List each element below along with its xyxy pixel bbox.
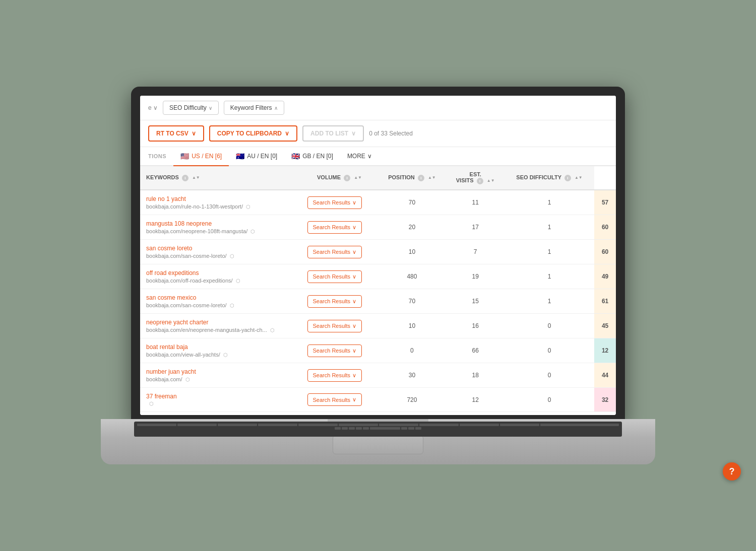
table-row: san cosme loreto bookbaja.com/san-cosme-… (140, 240, 616, 264)
external-link-icon[interactable]: ⬡ (223, 352, 228, 358)
external-link-icon[interactable]: ⬡ (250, 229, 255, 234)
external-link-icon[interactable]: ⬡ (246, 204, 250, 210)
table-container: KEYWORDS i ▲▼ VOLUME i ▲▼ (140, 166, 616, 415)
external-link-icon[interactable]: ⬡ (185, 377, 190, 382)
table-row: boat rental baja bookbaja.com/view-all-y… (140, 338, 616, 363)
external-link-icon[interactable]: ⬡ (149, 401, 154, 406)
external-link-icon[interactable]: ⬡ (230, 253, 234, 259)
search-results-button[interactable]: Search Results ∨ (307, 295, 362, 308)
seo-difficulty-cell: 32 (594, 388, 616, 412)
keyword-filters-filter[interactable]: Keyword Filters ∧ (224, 101, 284, 115)
sort-icon[interactable]: ▲▼ (192, 176, 200, 180)
keyword-cell: mangusta 108 neoprene bookbaja.com/neopr… (140, 215, 301, 240)
keyword-cell: san cosme mexico bookbaja.com/san-cosme-… (140, 289, 301, 314)
position-cell: 16 (446, 314, 505, 338)
position-cell: 7 (446, 240, 505, 264)
search-results-cell: Search Results ∨ (301, 289, 378, 314)
url-row: ⬡ (146, 401, 295, 406)
chevron-icon: ∨ (209, 105, 212, 111)
seo-difficulty-cell: 44 (594, 363, 616, 388)
trackpad (333, 435, 423, 454)
keyword-link[interactable]: san cosme mexico (146, 294, 295, 301)
keyword-url: bookbaja.com/neoprene-108ft-mangusta/ (146, 228, 247, 234)
search-results-cell: Search Results ∨ (301, 240, 378, 264)
search-results-button[interactable]: Search Results ∨ (307, 196, 362, 209)
est-visits-cell: 1 (505, 240, 594, 264)
action-bar: RT TO CSV ∨ COPY TO CLIPBOARD ∨ ADD TO L… (140, 120, 616, 147)
search-results-button[interactable]: Search Results ∨ (307, 246, 362, 258)
volume-cell: 20 (378, 215, 447, 240)
keyword-link[interactable]: boat rental baja (146, 343, 295, 351)
keyword-cell: neoprene yacht charter bookbaja.com/en/n… (140, 314, 301, 338)
selected-count: 0 of 33 Selected (369, 130, 413, 137)
search-results-button[interactable]: Search Results ∨ (307, 320, 362, 332)
position-cell: 17 (446, 215, 505, 240)
add-to-list-button[interactable]: ADD TO LIST ∨ (302, 125, 364, 142)
chevron-icon: ∧ (274, 105, 278, 111)
info-icon: i (182, 175, 188, 181)
us-flag-icon: 🇺🇸 (180, 152, 189, 160)
keyword-url: bookbaja.com/san-cosme-loreto/ (146, 302, 227, 308)
search-results-button[interactable]: Search Results ∨ (307, 393, 362, 406)
seo-difficulty-filter[interactable]: SEO Difficulty ∨ (163, 101, 219, 115)
au-flag-icon: 🇦🇺 (236, 152, 244, 160)
est-visits-cell: 1 (505, 264, 594, 289)
search-results-button[interactable]: Search Results ∨ (307, 270, 362, 283)
keyword-url: bookbaja.com/view-all-yachts/ (146, 352, 220, 358)
chevron-down-icon: ∨ (352, 224, 356, 231)
keyword-link[interactable]: rule no 1 yacht (146, 195, 295, 202)
keyword-link[interactable]: mangusta 108 neoprene (146, 220, 295, 227)
external-link-icon[interactable]: ⬡ (230, 303, 234, 308)
tab-au-en[interactable]: 🇦🇺 AU / EN [0] (229, 147, 284, 166)
col-est-visits: EST.VISITS i ▲▼ (446, 166, 505, 190)
chevron-down-icon: ∨ (352, 199, 356, 206)
url-row: bookbaja.com/rule-no-1-130ft-westport/ ⬡ (146, 203, 295, 210)
position-cell: 19 (446, 264, 505, 289)
table-row: neoprene yacht charter bookbaja.com/en/n… (140, 314, 616, 338)
info-icon: i (564, 175, 571, 181)
external-link-icon[interactable]: ⬡ (236, 278, 240, 284)
position-cell: 15 (446, 289, 505, 314)
more-button[interactable]: MORE ∨ (340, 148, 379, 165)
chevron-down-icon: ∨ (352, 323, 356, 329)
url-row: bookbaja.com/ ⬡ (146, 376, 295, 382)
keyword-link[interactable]: 37 freeman (146, 393, 295, 400)
sort-icon[interactable]: ▲▼ (487, 179, 495, 183)
screen-content: e ∨ SEO Difficulty ∨ Keyword Filters ∧ R… (140, 96, 616, 415)
export-csv-button[interactable]: RT TO CSV ∨ (148, 125, 204, 142)
keyword-url: bookbaja.com/off-road-expeditions/ (146, 278, 233, 284)
chevron-down-icon: ∨ (285, 130, 289, 137)
sort-icon[interactable]: ▲▼ (575, 176, 583, 180)
col-seo-difficulty: SEO DIFFICULTY i ▲▼ (505, 166, 594, 190)
seo-difficulty-cell: 61 (594, 289, 616, 314)
search-results-cell: Search Results ∨ (301, 314, 378, 338)
est-visits-cell: 0 (505, 363, 594, 388)
seo-difficulty-cell: 60 (594, 240, 616, 264)
sort-icon[interactable]: ▲▼ (354, 176, 362, 180)
external-link-icon[interactable]: ⬡ (270, 327, 275, 333)
url-row: bookbaja.com/neoprene-108ft-mangusta/ ⬡ (146, 228, 295, 234)
search-results-button[interactable]: Search Results ∨ (307, 221, 362, 234)
keyword-cell: boat rental baja bookbaja.com/view-all-y… (140, 338, 301, 363)
search-results-button[interactable]: Search Results ∨ (307, 369, 362, 382)
url-row: bookbaja.com/en/neoprene-mangusta-yacht-… (146, 327, 295, 333)
sort-icon[interactable]: ▲▼ (428, 176, 436, 180)
keyword-link[interactable]: number juan yacht (146, 368, 295, 375)
laptop-base (101, 419, 655, 464)
search-results-cell: Search Results ∨ (301, 338, 378, 363)
url-row: bookbaja.com/san-cosme-loreto/ ⬡ (146, 253, 295, 259)
keyword-url: bookbaja.com/en/neoprene-mangusta-yacht-… (146, 327, 267, 333)
keyword-link[interactable]: san cosme loreto (146, 245, 295, 252)
copy-clipboard-button[interactable]: COPY TO CLIPBOARD ∨ (209, 125, 297, 142)
info-icon: i (477, 178, 483, 184)
keyword-link[interactable]: off road expeditions (146, 269, 295, 277)
search-results-cell: Search Results ∨ (301, 363, 378, 388)
table-row: san cosme mexico bookbaja.com/san-cosme-… (140, 289, 616, 314)
volume-cell: 70 (378, 289, 447, 314)
search-results-button[interactable]: Search Results ∨ (307, 345, 362, 357)
keyword-cell: number juan yacht bookbaja.com/ ⬡ (140, 363, 301, 388)
tab-us-en[interactable]: 🇺🇸 US / EN [6] (173, 147, 229, 166)
keyword-link[interactable]: neoprene yacht charter (146, 319, 295, 326)
tab-gb-en[interactable]: 🇬🇧 GB / EN [0] (284, 147, 340, 166)
search-results-cell: Search Results ∨ (301, 190, 378, 215)
